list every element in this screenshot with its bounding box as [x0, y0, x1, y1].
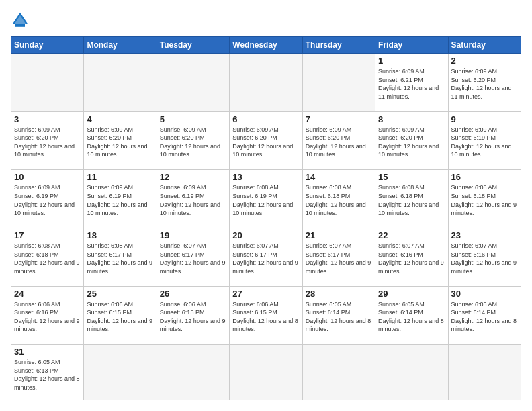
calendar-cell: 21Sunrise: 6:07 AM Sunset: 6:17 PM Dayli…	[302, 228, 375, 286]
day-info: Sunrise: 6:07 AM Sunset: 6:17 PM Dayligh…	[160, 242, 226, 275]
day-info: Sunrise: 6:09 AM Sunset: 6:20 PM Dayligh…	[306, 126, 372, 159]
day-number: 24	[14, 289, 81, 299]
day-info: Sunrise: 6:08 AM Sunset: 6:19 PM Dayligh…	[232, 183, 299, 217]
day-info: Sunrise: 6:06 AM Sunset: 6:15 PM Dayligh…	[232, 300, 299, 334]
page: SundayMondayTuesdayWednesdayThursdayFrid…	[0, 0, 532, 411]
calendar-cell: 14Sunrise: 6:08 AM Sunset: 6:18 PM Dayli…	[302, 170, 375, 228]
day-info: Sunrise: 6:09 AM Sunset: 6:20 PM Dayligh…	[87, 126, 153, 159]
calendar-cell: 20Sunrise: 6:07 AM Sunset: 6:17 PM Dayli…	[230, 228, 302, 286]
weekday-header-sunday: Sunday	[11, 37, 84, 54]
day-number: 9	[451, 114, 518, 124]
calendar-cell: 15Sunrise: 6:08 AM Sunset: 6:18 PM Dayli…	[375, 170, 448, 228]
calendar-cell	[375, 345, 448, 400]
day-number: 31	[14, 347, 81, 357]
calendar-cell: 27Sunrise: 6:06 AM Sunset: 6:15 PM Dayli…	[230, 286, 302, 345]
day-number: 4	[87, 114, 153, 124]
day-info: Sunrise: 6:06 AM Sunset: 6:15 PM Dayligh…	[87, 300, 153, 334]
calendar-cell: 17Sunrise: 6:08 AM Sunset: 6:18 PM Dayli…	[11, 228, 84, 286]
calendar-cell: 24Sunrise: 6:06 AM Sunset: 6:16 PM Dayli…	[11, 286, 84, 345]
day-number: 13	[232, 172, 299, 182]
day-number: 16	[451, 172, 518, 182]
calendar-cell: 8Sunrise: 6:09 AM Sunset: 6:20 PM Daylig…	[375, 111, 448, 170]
header	[11, 11, 521, 30]
day-number: 17	[14, 230, 81, 240]
calendar-cell: 19Sunrise: 6:07 AM Sunset: 6:17 PM Dayli…	[157, 228, 229, 286]
day-number: 10	[14, 172, 81, 182]
day-number: 22	[378, 230, 445, 240]
day-number: 6	[232, 114, 299, 124]
calendar-cell: 3Sunrise: 6:09 AM Sunset: 6:20 PM Daylig…	[11, 111, 84, 170]
day-number: 20	[232, 230, 299, 240]
day-number: 21	[306, 230, 372, 240]
day-info: Sunrise: 6:09 AM Sunset: 6:21 PM Dayligh…	[378, 67, 445, 101]
calendar-cell: 9Sunrise: 6:09 AM Sunset: 6:19 PM Daylig…	[448, 111, 521, 170]
calendar-cell	[302, 345, 375, 400]
day-number: 12	[160, 172, 226, 182]
day-info: Sunrise: 6:09 AM Sunset: 6:20 PM Dayligh…	[451, 67, 518, 101]
day-number: 27	[232, 289, 299, 299]
day-info: Sunrise: 6:07 AM Sunset: 6:16 PM Dayligh…	[451, 242, 518, 275]
calendar-cell: 4Sunrise: 6:09 AM Sunset: 6:20 PM Daylig…	[84, 111, 157, 170]
day-info: Sunrise: 6:05 AM Sunset: 6:14 PM Dayligh…	[451, 300, 518, 334]
day-number: 5	[160, 114, 226, 124]
calendar-cell	[230, 345, 302, 400]
calendar-cell	[230, 54, 302, 112]
calendar-week-0: 1Sunrise: 6:09 AM Sunset: 6:21 PM Daylig…	[11, 54, 521, 112]
day-info: Sunrise: 6:09 AM Sunset: 6:19 PM Dayligh…	[87, 183, 153, 217]
calendar-week-4: 24Sunrise: 6:06 AM Sunset: 6:16 PM Dayli…	[11, 286, 521, 345]
day-info: Sunrise: 6:09 AM Sunset: 6:20 PM Dayligh…	[378, 126, 445, 159]
day-number: 3	[14, 114, 81, 124]
weekday-header-wednesday: Wednesday	[230, 37, 302, 54]
day-info: Sunrise: 6:05 AM Sunset: 6:13 PM Dayligh…	[14, 358, 81, 392]
day-number: 18	[87, 230, 153, 240]
day-info: Sunrise: 6:08 AM Sunset: 6:18 PM Dayligh…	[451, 183, 518, 217]
day-number: 26	[160, 289, 226, 299]
calendar-cell	[11, 54, 84, 112]
calendar-week-3: 17Sunrise: 6:08 AM Sunset: 6:18 PM Dayli…	[11, 228, 521, 286]
day-info: Sunrise: 6:09 AM Sunset: 6:20 PM Dayligh…	[160, 126, 226, 159]
calendar-cell: 29Sunrise: 6:05 AM Sunset: 6:14 PM Dayli…	[375, 286, 448, 345]
calendar-week-1: 3Sunrise: 6:09 AM Sunset: 6:20 PM Daylig…	[11, 111, 521, 170]
calendar-table: SundayMondayTuesdayWednesdayThursdayFrid…	[11, 36, 521, 400]
calendar-cell: 18Sunrise: 6:08 AM Sunset: 6:17 PM Dayli…	[84, 228, 157, 286]
svg-rect-2	[15, 24, 25, 27]
weekday-header-friday: Friday	[375, 37, 448, 54]
day-number: 28	[306, 289, 372, 299]
calendar-cell: 31Sunrise: 6:05 AM Sunset: 6:13 PM Dayli…	[11, 345, 84, 400]
logo-icon	[11, 11, 30, 30]
weekday-header-saturday: Saturday	[448, 37, 521, 54]
day-info: Sunrise: 6:06 AM Sunset: 6:15 PM Dayligh…	[160, 300, 226, 334]
day-info: Sunrise: 6:07 AM Sunset: 6:17 PM Dayligh…	[306, 242, 372, 275]
weekday-header-monday: Monday	[84, 37, 157, 54]
calendar-cell	[84, 345, 157, 400]
day-info: Sunrise: 6:05 AM Sunset: 6:14 PM Dayligh…	[378, 300, 445, 334]
day-info: Sunrise: 6:06 AM Sunset: 6:16 PM Dayligh…	[14, 300, 81, 334]
day-number: 30	[451, 289, 518, 299]
day-info: Sunrise: 6:08 AM Sunset: 6:17 PM Dayligh…	[87, 242, 153, 275]
calendar-cell	[157, 345, 229, 400]
calendar-cell: 7Sunrise: 6:09 AM Sunset: 6:20 PM Daylig…	[302, 111, 375, 170]
calendar-cell: 23Sunrise: 6:07 AM Sunset: 6:16 PM Dayli…	[448, 228, 521, 286]
calendar-cell	[157, 54, 229, 112]
day-number: 1	[378, 56, 445, 66]
day-number: 14	[306, 172, 372, 182]
day-info: Sunrise: 6:09 AM Sunset: 6:20 PM Dayligh…	[14, 126, 81, 159]
calendar-cell: 1Sunrise: 6:09 AM Sunset: 6:21 PM Daylig…	[375, 54, 448, 112]
calendar-cell: 12Sunrise: 6:09 AM Sunset: 6:19 PM Dayli…	[157, 170, 229, 228]
day-info: Sunrise: 6:07 AM Sunset: 6:17 PM Dayligh…	[232, 242, 299, 275]
day-info: Sunrise: 6:09 AM Sunset: 6:20 PM Dayligh…	[232, 126, 299, 159]
day-number: 8	[378, 114, 445, 124]
day-info: Sunrise: 6:09 AM Sunset: 6:19 PM Dayligh…	[160, 183, 226, 217]
day-number: 15	[378, 172, 445, 182]
calendar-week-5: 31Sunrise: 6:05 AM Sunset: 6:13 PM Dayli…	[11, 345, 521, 400]
calendar-cell	[84, 54, 157, 112]
day-number: 11	[87, 172, 153, 182]
calendar-cell: 28Sunrise: 6:05 AM Sunset: 6:14 PM Dayli…	[302, 286, 375, 345]
weekday-header-tuesday: Tuesday	[157, 37, 229, 54]
calendar-cell: 13Sunrise: 6:08 AM Sunset: 6:19 PM Dayli…	[230, 170, 302, 228]
calendar-cell	[302, 54, 375, 112]
weekday-header-thursday: Thursday	[302, 37, 375, 54]
day-info: Sunrise: 6:08 AM Sunset: 6:18 PM Dayligh…	[14, 242, 81, 275]
calendar-cell: 16Sunrise: 6:08 AM Sunset: 6:18 PM Dayli…	[448, 170, 521, 228]
day-info: Sunrise: 6:09 AM Sunset: 6:19 PM Dayligh…	[14, 183, 81, 217]
